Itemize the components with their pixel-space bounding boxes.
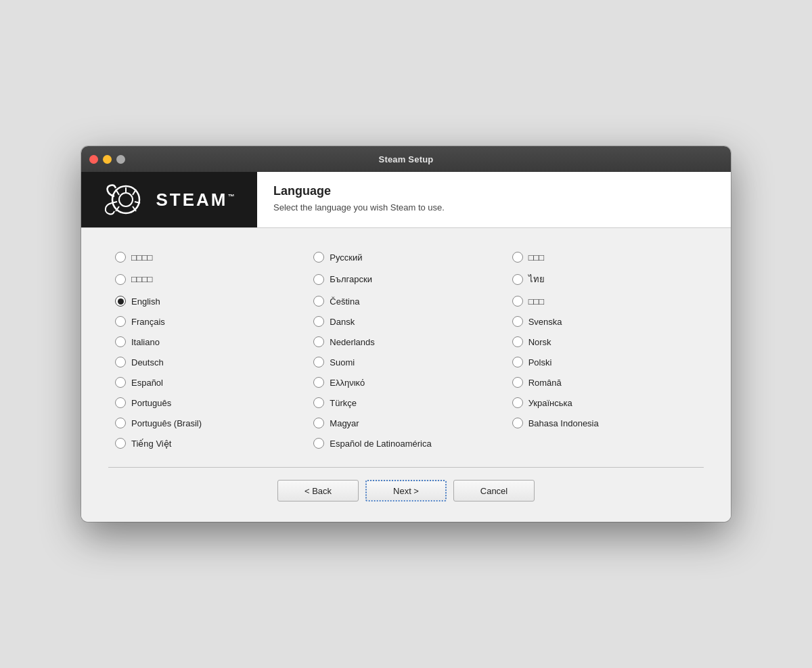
titlebar: Steam Setup [81,146,731,172]
language-item[interactable]: Português [108,393,307,413]
radio-button[interactable] [115,316,126,327]
language-item[interactable]: Deutsch [108,352,307,372]
language-label: □□□□ [131,274,152,284]
language-label: Magyar [330,418,359,428]
language-item[interactable]: Norsk [505,332,704,352]
language-label: Español [131,378,163,388]
language-label: Українська [528,398,572,408]
radio-button[interactable] [115,397,126,408]
radio-button[interactable] [313,418,324,428]
language-item[interactable]: Español [108,372,307,393]
minimize-button[interactable] [103,155,112,164]
language-item[interactable]: Tiếng Việt [108,433,307,453]
radio-button[interactable] [512,274,523,285]
radio-button[interactable] [512,336,523,347]
steam-icon [102,183,150,217]
content-area: □□□□Русский□□□□□□□БългарскиไทยEnglishČeš… [81,228,731,522]
radio-button[interactable] [115,296,126,307]
language-label: Polski [528,357,552,368]
language-item[interactable]: Русский [307,247,505,267]
language-label: □□□ [528,296,545,307]
radio-button[interactable] [512,252,523,263]
radio-button[interactable] [313,438,324,449]
language-item[interactable]: Français [108,311,307,332]
window-controls [89,155,125,164]
language-label: Nederlands [330,337,375,347]
language-label: Português [131,398,171,408]
radio-button[interactable] [313,357,324,368]
radio-button[interactable] [115,438,126,449]
radio-button[interactable] [313,336,324,347]
radio-button[interactable] [313,296,324,307]
language-item[interactable]: Español de Latinoamérica [307,433,505,453]
language-item[interactable]: Svenska [505,311,704,332]
radio-button[interactable] [313,316,324,327]
language-label: Français [131,317,165,327]
radio-button[interactable] [512,296,523,307]
language-item[interactable]: Português (Brasil) [108,413,307,433]
radio-button[interactable] [313,397,324,408]
language-item[interactable]: Magyar [307,413,505,433]
radio-button[interactable] [313,377,324,388]
radio-button[interactable] [512,377,523,388]
language-item[interactable]: □□□□ [108,247,307,267]
back-button[interactable]: < Back [277,480,359,502]
language-label: ไทย [528,272,545,286]
cancel-button[interactable]: Cancel [453,480,535,502]
language-item[interactable]: Български [307,267,505,291]
language-item[interactable]: Suomi [307,352,505,372]
language-item[interactable]: Čeština [307,291,505,311]
language-label: Türkçe [330,398,357,408]
window-title: Steam Setup [379,154,434,164]
language-label: Čeština [330,296,359,307]
language-item[interactable] [505,433,704,453]
steam-setup-window: Steam Setup [81,146,731,522]
radio-button[interactable] [115,336,126,347]
radio-button[interactable] [115,274,126,285]
radio-button[interactable] [512,316,523,327]
language-label: Português (Brasil) [131,418,202,428]
language-label: Dansk [330,317,355,327]
language-item[interactable]: Polski [505,352,704,372]
radio-button[interactable] [115,252,126,263]
language-item[interactable]: Italiano [108,332,307,352]
close-button[interactable] [89,155,98,164]
radio-button[interactable] [512,418,523,428]
language-item[interactable]: ไทย [505,267,704,291]
language-label: Svenska [528,317,562,327]
radio-button[interactable] [115,377,126,388]
steam-wordmark: STEAM™ [156,190,237,210]
language-label: Ελληνικό [330,378,365,388]
language-item[interactable]: Dansk [307,311,505,332]
header-text-area: Language Select the language you wish St… [257,172,731,227]
language-label: English [131,296,160,307]
radio-button[interactable] [115,357,126,368]
radio-inner-dot [118,298,124,305]
next-button[interactable]: Next > [365,480,447,502]
language-item[interactable]: □□□ [505,247,704,267]
language-label: □□□ [528,252,545,263]
button-row: < Back Next > Cancel [108,480,704,508]
svg-point-1 [119,193,133,206]
language-item[interactable]: Ελληνικό [307,372,505,393]
divider [108,467,704,468]
language-item[interactable]: Türkçe [307,393,505,413]
language-item[interactable]: □□□□ [108,267,307,291]
language-item[interactable]: Nederlands [307,332,505,352]
language-item[interactable]: Română [505,372,704,393]
radio-button[interactable] [115,418,126,428]
language-item[interactable]: □□□ [505,291,704,311]
language-item[interactable]: Bahasa Indonesia [505,413,704,433]
steam-logo-area: STEAM™ [81,172,257,227]
maximize-button[interactable] [116,155,125,164]
language-item[interactable]: English [108,291,307,311]
svg-line-2 [116,190,119,195]
radio-button[interactable] [313,252,324,263]
radio-button[interactable] [512,357,523,368]
language-label: Română [528,378,562,388]
language-item[interactable]: Українська [505,393,704,413]
language-grid: □□□□Русский□□□□□□□БългарскиไทยEnglishČeš… [108,247,704,453]
radio-button[interactable] [313,274,324,285]
radio-button[interactable] [512,397,523,408]
language-label: Español de Latinoamérica [330,439,431,449]
